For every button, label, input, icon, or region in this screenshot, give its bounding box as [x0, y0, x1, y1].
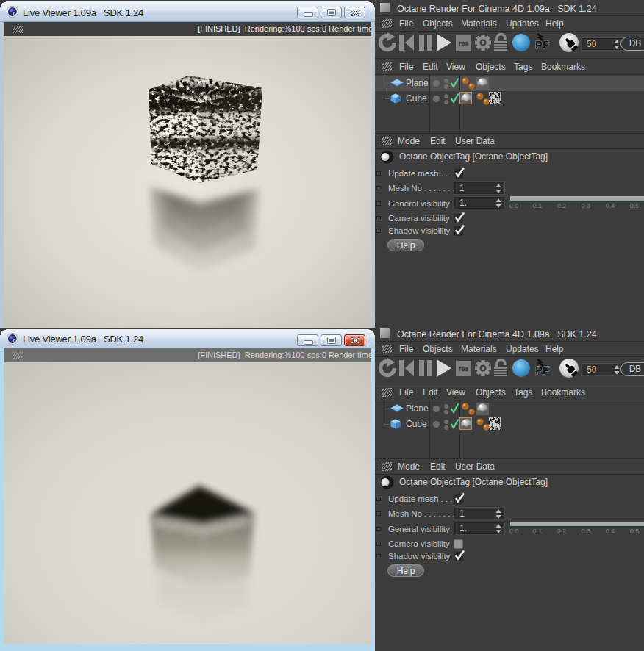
svg-text:res: res [459, 365, 469, 373]
svg-text:PF: PF [535, 364, 549, 376]
svg-text:res: res [459, 40, 469, 47]
svg-text:PF: PF [535, 38, 549, 51]
